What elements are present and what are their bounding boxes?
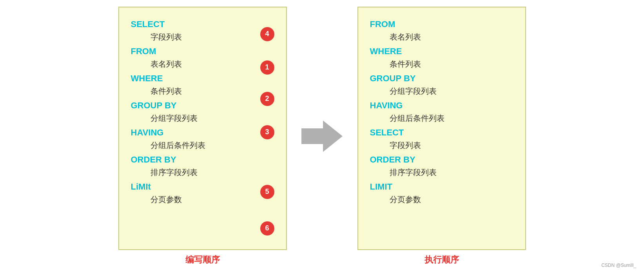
arrow-head — [323, 120, 343, 152]
arrow-container — [303, 120, 342, 152]
left-keyword-select: SELECT — [131, 19, 274, 29]
right-sub-where: 条件列表 — [390, 59, 513, 69]
left-label: 编写顺序 — [185, 254, 220, 266]
right-label: 执行顺序 — [424, 254, 459, 266]
left-sub-where: 条件列表 — [151, 86, 274, 97]
badge-6: 6 — [260, 221, 274, 235]
right-keyword-from: FROM — [370, 19, 513, 29]
right-keyword-limit: LIMIT — [370, 182, 513, 192]
right-keyword-orderby: ORDER BY — [370, 155, 513, 165]
badge-2: 2 — [260, 92, 274, 106]
right-where-row: WHERE 条件列表 — [370, 46, 513, 69]
right-keyword-select: SELECT — [370, 128, 513, 138]
right-limit-row: LIMIT 分页参数 — [370, 182, 513, 205]
left-sub-from: 表名列表 — [151, 59, 274, 69]
right-sub-groupby: 分组字段列表 — [390, 86, 513, 97]
badge-3: 3 — [260, 125, 274, 139]
badge-4: 4 — [260, 27, 274, 41]
left-keyword-groupby: GROUP BY — [131, 100, 274, 111]
right-orderby-row: ORDER BY 排序字段列表 — [370, 155, 513, 178]
arrow-shape — [301, 120, 343, 152]
right-box-wrapper: FROM 表名列表 WHERE 条件列表 GROUP BY 分组字段列表 HAV… — [357, 7, 526, 266]
watermark: CSDN @Sumill_ — [601, 263, 636, 268]
right-box: FROM 表名列表 WHERE 条件列表 GROUP BY 分组字段列表 HAV… — [357, 7, 526, 250]
left-sub-having: 分组后条件列表 — [151, 140, 274, 151]
left-keyword-having: HAVING — [131, 128, 274, 138]
left-sub-limit: 分页参数 — [151, 194, 274, 205]
left-keyword-limit: LiMIt — [131, 182, 274, 192]
left-box: SELECT 字段列表 FROM 表名列表 WHERE 条件列表 GROUP B… — [118, 7, 287, 250]
right-sub-select: 字段列表 — [390, 140, 513, 151]
left-sub-groupby: 分组字段列表 — [151, 113, 274, 124]
left-where-row: WHERE 条件列表 — [131, 73, 274, 97]
diagram-container: SELECT 字段列表 FROM 表名列表 WHERE 条件列表 GROUP B… — [118, 7, 526, 266]
left-orderby-row: ORDER BY 排序字段列表 — [131, 155, 274, 178]
right-sub-orderby: 排序字段列表 — [390, 167, 513, 178]
badge-5: 5 — [260, 185, 274, 199]
right-sub-having: 分组后条件列表 — [390, 113, 513, 124]
right-groupby-row: GROUP BY 分组字段列表 — [370, 73, 513, 97]
right-sub-limit: 分页参数 — [390, 194, 513, 205]
left-keyword-where: WHERE — [131, 73, 274, 84]
right-select-row: SELECT 字段列表 — [370, 128, 513, 151]
right-sub-from: 表名列表 — [390, 32, 513, 42]
left-select-row: SELECT 字段列表 — [131, 19, 274, 42]
arrow-body — [301, 128, 323, 144]
left-sub-select: 字段列表 — [151, 32, 274, 42]
left-keyword-from: FROM — [131, 46, 274, 57]
left-keyword-orderby: ORDER BY — [131, 155, 274, 165]
right-keyword-having: HAVING — [370, 100, 513, 111]
badge-1: 1 — [260, 60, 274, 75]
left-sub-orderby: 排序字段列表 — [151, 167, 274, 178]
right-keyword-where: WHERE — [370, 46, 513, 57]
left-limit-row: LiMIt 分页参数 — [131, 182, 274, 205]
right-having-row: HAVING 分组后条件列表 — [370, 100, 513, 124]
left-from-row: FROM 表名列表 — [131, 46, 274, 69]
left-having-row: HAVING 分组后条件列表 — [131, 128, 274, 151]
left-groupby-row: GROUP BY 分组字段列表 — [131, 100, 274, 124]
right-from-row: FROM 表名列表 — [370, 19, 513, 42]
left-box-wrapper: SELECT 字段列表 FROM 表名列表 WHERE 条件列表 GROUP B… — [118, 7, 287, 266]
right-keyword-groupby: GROUP BY — [370, 73, 513, 84]
